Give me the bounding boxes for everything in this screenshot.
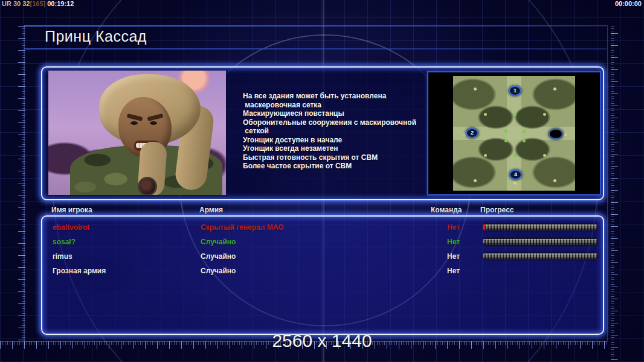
- player-team: Нет: [447, 264, 460, 278]
- column-header-player-name: Имя игрока: [51, 206, 92, 214]
- progress-bar: [483, 238, 597, 245]
- progress-accent: [483, 224, 485, 230]
- ability-line: маскеровочная сетка: [243, 101, 448, 110]
- column-header-progress: Прогресс: [480, 206, 514, 214]
- resolution-label: 2560 x 1440: [0, 331, 644, 351]
- start-position-marker: 1: [509, 86, 521, 96]
- left-ruler: [17, 25, 25, 340]
- progress-bar: [483, 224, 597, 230]
- progress-accent: [483, 253, 485, 259]
- session-label: UR 30: [2, 0, 21, 7]
- top-status-bar: UR 30 32[165] 00:19:12 00:00:00: [0, 0, 644, 8]
- ability-line: Более частое скрытие от СВМ: [243, 162, 448, 171]
- player-row: ebaltvoirot Скрытый генерал МАО Нет: [42, 220, 603, 235]
- map-preview-image: 1 2 4: [453, 76, 575, 191]
- network-status-text: UR 30 32[165] 00:19:12: [2, 0, 74, 8]
- map-preview-box: 1 2 4: [427, 71, 601, 195]
- player-row: sosal? Случайно Нет: [42, 235, 603, 249]
- player-name: ebaltvoirot: [53, 220, 89, 235]
- player-army: Случайно: [201, 264, 236, 278]
- start-position-marker: 4: [509, 170, 522, 180]
- player-team: Нет: [447, 220, 460, 235]
- eye-right: [150, 121, 157, 125]
- player-army: Случайно: [201, 235, 236, 249]
- ability-line: На все здания может быть установлена: [243, 92, 448, 101]
- column-header-army: Армия: [199, 206, 223, 214]
- ability-line: Угонщик доступен в начале: [243, 136, 448, 145]
- right-timer: 00:00:00: [615, 0, 642, 8]
- map-resource-dots: [453, 76, 455, 78]
- ability-line: Оборонительные сооружения с маскировочно…: [243, 118, 448, 127]
- bracket-value: [165]: [30, 0, 46, 7]
- player-name: Грозная армия: [53, 264, 106, 278]
- player-row: rimus Случайно Нет: [42, 249, 603, 264]
- player-team: Нет: [447, 235, 460, 249]
- player-team: Нет: [447, 249, 460, 264]
- start-position-marker: 2: [466, 128, 478, 138]
- ability-line: Быстрая готовность скрытия от СВМ: [243, 153, 448, 162]
- general-info-panel: На все здания может быть установлена мас…: [41, 66, 604, 200]
- player-name: rimus: [53, 249, 72, 264]
- player-army: Скрытый генерал МАО: [201, 220, 283, 235]
- page-title: Принц Кассад: [45, 28, 147, 45]
- elapsed-time: 00:19:12: [47, 0, 74, 7]
- player-army: Случайно: [201, 249, 236, 264]
- title-top-line: [24, 25, 607, 27]
- column-header-team: Команда: [431, 206, 462, 214]
- detonator-gadget: [138, 177, 157, 195]
- start-position-marker-occupied: [549, 129, 563, 139]
- right-ruler: [611, 25, 619, 360]
- counter-value: 32: [22, 0, 30, 7]
- player-row: Грозная армия Случайно Нет: [42, 264, 603, 278]
- loading-screen: UR 30 32[165] 00:19:12 00:00:00 Принц Ка…: [0, 0, 644, 362]
- player-list-panel: ebaltvoirot Скрытый генерал МАО Нет sosa…: [41, 215, 604, 335]
- progress-bar: [483, 253, 597, 259]
- general-abilities-list: На все здания может быть установлена мас…: [243, 92, 448, 171]
- progress-accent: [483, 238, 485, 245]
- ability-line: Маскирующиеся повстанцы: [243, 109, 448, 118]
- ability-line: сеткой: [243, 127, 448, 136]
- ability-line: Угонщик всегда незаметен: [243, 144, 448, 153]
- title-bottom-line: [24, 48, 607, 49]
- general-portrait: [48, 71, 226, 195]
- player-name: sosal?: [53, 235, 76, 249]
- eye-left: [130, 121, 138, 125]
